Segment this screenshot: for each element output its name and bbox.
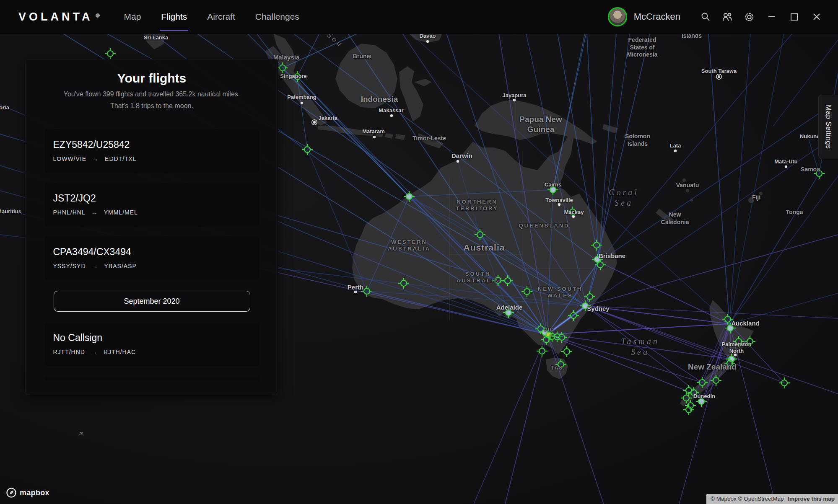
maximize-button[interactable] (783, 6, 805, 28)
flight-card[interactable]: EZY5842/U25842LOWW/VIE→EDDT/TXL (45, 129, 259, 173)
landmass-timor (417, 133, 444, 148)
gear-icon[interactable] (738, 6, 760, 28)
your-flights-panel: Your flights You've flown 399 flights an… (25, 59, 278, 395)
landmass-australia (352, 131, 617, 354)
flight-list: EZY5842/U25842LOWW/VIE→EDDT/TXLJST2/JQ2P… (26, 129, 278, 381)
app-logo: VOLANTA (18, 10, 93, 23)
flight-card[interactable]: CPA3494/CX3494YSSY/SYD→YBAS/ASP (45, 236, 259, 280)
close-button[interactable] (805, 6, 828, 28)
landmass-java (318, 126, 373, 136)
departure-code: PHNL/HNL (53, 209, 86, 216)
landmass-sri-lanka (145, 34, 166, 49)
arrow-icon: → (92, 155, 99, 162)
main-nav: MapFlightsAircraftChallenges (124, 0, 299, 34)
flight-callsign: CPA3494/CX3494 (53, 246, 251, 258)
flight-route: YSSY/SYD→YBAS/ASP (53, 262, 251, 269)
flight-card[interactable]: No CallsignRJTT/HND→RJTH/HAC (45, 322, 259, 366)
map-attribution: © Mapbox © OpenStreetMap Improve this ma… (706, 494, 838, 504)
airport-marker[interactable] (105, 48, 116, 59)
landmass-new-guinea (475, 100, 597, 144)
mapbox-logo[interactable]: mapbox (6, 487, 49, 498)
nav-tab-map[interactable]: Map (124, 0, 141, 34)
map-settings-tab[interactable]: Map Settings (818, 95, 838, 159)
title-bar: VOLANTA MapFlightsAircraftChallenges McC… (0, 0, 838, 34)
airport-marker[interactable] (302, 144, 313, 155)
username[interactable]: McCracken (634, 11, 680, 22)
flight-card[interactable]: JST2/JQ2PHNL/HNL→YMML/MEL (45, 183, 259, 227)
departure-code: YSSY/SYD (53, 263, 86, 269)
arrival-code: YBAS/ASP (104, 263, 137, 269)
landmass-tasmania (546, 358, 568, 379)
nav-tab-aircraft[interactable]: Aircraft (207, 0, 235, 34)
mapbox-wordmark: mapbox (20, 488, 49, 497)
arrow-icon: → (91, 209, 98, 216)
panel-subtitle-2: That's 1.8 trips to the moon. (26, 102, 278, 110)
arrival-code: EDDT/TXL (105, 155, 137, 162)
flight-callsign: EZY5842/U25842 (53, 139, 251, 150)
departure-code: LOWW/VIE (53, 155, 87, 162)
mapbox-icon (6, 487, 17, 498)
arrow-icon: → (91, 348, 98, 355)
month-divider-button[interactable]: September 2020 (54, 291, 250, 312)
flight-route: LOWW/VIE→EDDT/TXL (53, 155, 251, 162)
nav-tab-challenges[interactable]: Challenges (255, 0, 299, 34)
arrival-code: RJTH/HAC (104, 349, 136, 355)
landmass-mindanao (409, 34, 442, 43)
avatar[interactable] (608, 7, 627, 26)
flight-callsign: JST2/JQ2 (53, 193, 251, 204)
map-settings-label: Map Settings (824, 105, 833, 149)
airport-marker[interactable] (696, 396, 707, 407)
panel-subtitle-1: You've flown 399 flights and travelled 3… (26, 90, 278, 98)
logo-dot-icon (96, 13, 100, 18)
friends-icon[interactable] (716, 6, 738, 28)
arrival-code: YMML/MEL (104, 209, 138, 216)
landmass-sulawesi (399, 66, 423, 121)
arrow-icon: → (92, 262, 99, 269)
flight-route: RJTT/HND→RJTH/HAC (53, 348, 251, 355)
airport-marker[interactable] (814, 168, 825, 179)
flight-route: PHNL/HNL→YMML/MEL (53, 209, 251, 216)
next-card-peek (45, 376, 259, 381)
flight-callsign: No Callsign (53, 332, 251, 344)
minimize-button[interactable] (760, 6, 783, 28)
attribution-text[interactable]: © Mapbox © OpenStreetMap (711, 496, 784, 502)
landmass-borneo (335, 44, 397, 108)
search-icon[interactable] (695, 6, 716, 28)
improve-map-link[interactable]: Improve this map (788, 496, 835, 502)
nav-tab-flights[interactable]: Flights (161, 0, 187, 34)
departure-code: RJTT/HND (53, 349, 85, 355)
panel-title: Your flights (26, 71, 278, 85)
